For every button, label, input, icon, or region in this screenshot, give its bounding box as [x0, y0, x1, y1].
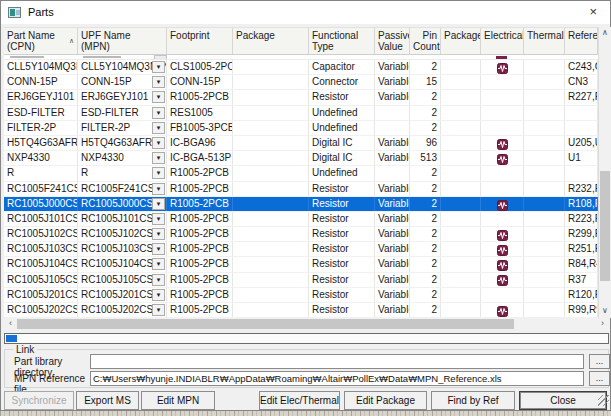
column-header-footprint[interactable]: Footprint: [167, 28, 233, 54]
table-row[interactable]: RR▾R1005-2PCBUndefined2: [4, 166, 598, 181]
dropdown-button[interactable]: ▾: [152, 122, 165, 134]
clipped-text-sliver: [83, 56, 121, 58]
table-row[interactable]: RC1005J102CSRC1005J102CS▾R1005-2PCBResis…: [4, 227, 598, 242]
scroll-down-icon[interactable]: ∨: [599, 305, 611, 318]
column-header-functional_type[interactable]: Functional Type: [309, 28, 375, 54]
scroll-left-icon[interactable]: ‹: [4, 318, 17, 330]
window-title: Parts: [28, 6, 54, 18]
cell-pin_count: 2: [410, 227, 441, 241]
cell-upf_name: RC1005J105CS▾: [78, 273, 167, 287]
browse-mpn-reference-button[interactable]: ...: [589, 371, 610, 386]
cell-footprint: R1005-2PCB: [167, 197, 233, 211]
cell-footprint: RES1005: [167, 106, 233, 120]
cell-part_name: RC1005J101CS: [4, 212, 78, 226]
table-row[interactable]: RC1005J201CSRC1005J201CS▾R1005-2PCBResis…: [4, 288, 598, 303]
close-button[interactable]: Close: [519, 391, 607, 410]
cell-package2: [441, 212, 481, 226]
cell-part_name: ERJ6GEYJ101: [4, 90, 78, 104]
cell-upf_name: RC1005J201CS▾: [78, 288, 167, 302]
table-row[interactable]: RC1005J103CSRC1005J103CS▾R1005-2PCBResis…: [4, 242, 598, 257]
cell-reference: R223,R: [565, 212, 598, 226]
dropdown-button[interactable]: ▾: [152, 107, 165, 119]
cell-passive_value: Variable: [375, 212, 410, 226]
cell-passive_value: Variable: [375, 227, 410, 241]
dropdown-button[interactable]: ▾: [152, 228, 165, 240]
dropdown-button[interactable]: ▾: [152, 137, 165, 149]
column-header-upf_name[interactable]: UPF Name (MPN): [78, 28, 167, 54]
edit-package-geom-button[interactable]: Edit Package Geom: [344, 391, 427, 410]
part-library-directory-input[interactable]: [90, 354, 584, 369]
electrical-model-icon: [497, 260, 508, 271]
dropdown-button[interactable]: ▾: [152, 289, 165, 301]
title-bar[interactable]: Parts ×: [1, 1, 610, 24]
cell-electrical: [481, 197, 524, 211]
browse-part-library-button[interactable]: ...: [589, 354, 610, 369]
cell-footprint: IC-BGA-513P: [167, 151, 233, 165]
dropdown-button[interactable]: ▾: [152, 167, 165, 179]
table-row[interactable]: FILTER-2PFILTER-2P▾FB1005-3PCBUndefined2: [4, 121, 598, 136]
column-header-thermal[interactable]: Thermal: [524, 28, 565, 54]
cell-reference: R37: [565, 273, 598, 287]
column-header-package[interactable]: Package: [233, 28, 309, 54]
scroll-up-icon[interactable]: ∧: [599, 27, 611, 40]
cell-package: [233, 182, 309, 196]
cell-footprint: R1005-2PCB: [167, 288, 233, 302]
edit-elec-thermal-prop-button[interactable]: Edit Elec/Thermal Prop: [259, 391, 340, 410]
export-ms-excel-button[interactable]: Export MS Excel: [76, 391, 139, 410]
dropdown-button[interactable]: ▾: [152, 61, 165, 73]
cell-part_name: RC1005J202CS: [4, 303, 78, 317]
dropdown-button[interactable]: ▾: [152, 91, 165, 103]
column-header-package2[interactable]: Package: [441, 28, 481, 54]
dropdown-button[interactable]: ▾: [152, 198, 165, 210]
dropdown-button[interactable]: ▾: [152, 258, 165, 270]
mpn-reference-file-input[interactable]: [90, 371, 584, 386]
vertical-scrollbar[interactable]: ∧ ∨: [598, 27, 611, 318]
table-row[interactable]: CLL5Y104MQ3NLNCCLL5Y104MQ3NLNC▾CLS1005-2…: [4, 60, 598, 75]
cell-upf_name: ESD-FILTER▾: [78, 106, 167, 120]
table-row[interactable]: RC1005J202CSRC1005J202CS▾R1005-2PCBResis…: [4, 303, 598, 318]
cell-reference: U205,U: [565, 136, 598, 150]
resize-grip[interactable]: [598, 395, 609, 406]
edit-mpn-reference-button[interactable]: Edit MPN Reference: [141, 391, 215, 410]
dropdown-button[interactable]: ▾: [152, 76, 165, 88]
table-row[interactable]: RC1005J000CSRC1005J000CS▾R1005-2PCBResis…: [4, 197, 598, 212]
cell-thermal: [524, 242, 565, 256]
scroll-right-icon[interactable]: ›: [596, 318, 609, 330]
table-row[interactable]: RC1005J101CSRC1005J101CS▾R1005-2PCBResis…: [4, 212, 598, 227]
cell-package2: [441, 197, 481, 211]
cell-thermal: [524, 60, 565, 74]
dropdown-button[interactable]: ▾: [152, 274, 165, 286]
column-header-part_name[interactable]: Part Name (CPN)∧: [4, 28, 78, 54]
find-by-ref-designator-button[interactable]: Find by Ref Designator: [431, 391, 515, 410]
cell-package2: [441, 227, 481, 241]
horizontal-scrollbar[interactable]: ‹ ›: [4, 318, 609, 330]
vertical-scrollbar-thumb[interactable]: [600, 171, 610, 281]
dropdown-button[interactable]: ▾: [152, 213, 165, 225]
dropdown-button[interactable]: ▾: [152, 304, 165, 316]
table-row[interactable]: RC1005J105CSRC1005J105CS▾R1005-2PCBResis…: [4, 273, 598, 288]
dropdown-button[interactable]: ▾: [152, 243, 165, 255]
table-row[interactable]: ERJ6GEYJ101ERJ6GEYJ101▾R1005-2PCBResisto…: [4, 90, 598, 105]
table-row[interactable]: CONN-15PCONN-15P▾CONN-15PConnectorVariab…: [4, 75, 598, 90]
cell-electrical: [481, 212, 524, 226]
dropdown-button[interactable]: ▾: [152, 152, 165, 164]
cell-package2: [441, 182, 481, 196]
parts-window: Parts × Part Name (CPN)∧UPF Name (MPN)Fo…: [0, 0, 611, 411]
table-row[interactable]: RC1005J104CSRC1005J104CS▾R1005-2PCBResis…: [4, 257, 598, 272]
column-header-passive_value[interactable]: Passive Value: [375, 28, 410, 54]
parts-table: Part Name (CPN)∧UPF Name (MPN)FootprintP…: [4, 27, 598, 320]
table-row[interactable]: RC1005F241CSRC1005F241CS▾R1005-2PCBResis…: [4, 182, 598, 197]
cell-reference: R232,R: [565, 182, 598, 196]
table-row[interactable]: ESD-FILTERESD-FILTER▾RES1005Undefined2: [4, 106, 598, 121]
cell-package: [233, 303, 309, 317]
close-icon[interactable]: ×: [589, 4, 597, 19]
column-header-reference[interactable]: Refere: [565, 28, 598, 54]
dropdown-button[interactable]: ▾: [152, 183, 165, 195]
column-header-electrical[interactable]: Electrical: [481, 28, 524, 54]
cell-package2: [441, 303, 481, 317]
column-header-pin_count[interactable]: Pin Count: [410, 28, 441, 54]
horizontal-scrollbar-thumb[interactable]: [17, 319, 514, 329]
table-row[interactable]: NXP4330NXP4330▾IC-BGA-513PDigital ICVari…: [4, 151, 598, 166]
table-row[interactable]: H5TQ4G63AFRH5TQ4G63AFR▾IC-BGA96Digital I…: [4, 136, 598, 151]
electrical-model-icon: [497, 230, 508, 241]
